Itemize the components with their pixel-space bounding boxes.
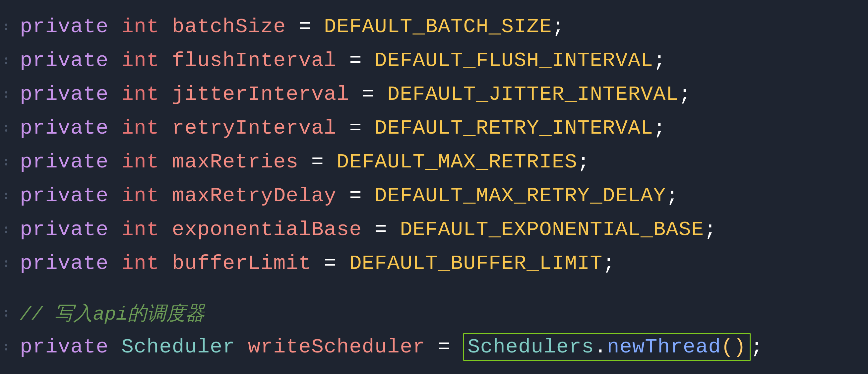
var-maxRetryDelay: maxRetryDelay bbox=[172, 184, 337, 208]
line2-text: private int flushInterval = DEFAULT_FLUS… bbox=[20, 51, 666, 71]
keyword-private-scheduler: private bbox=[20, 335, 121, 359]
semicolon: ; bbox=[577, 150, 590, 174]
keyword-private: private bbox=[20, 150, 121, 174]
const-max-retries: DEFAULT_MAX_RETRIES bbox=[337, 150, 577, 174]
line-dots-4 bbox=[5, 125, 7, 132]
line4-text: private int retryInterval = DEFAULT_RETR… bbox=[20, 118, 666, 138]
code-line-7: private int exponentialBase = DEFAULT_EX… bbox=[20, 213, 855, 247]
operator-equals: = bbox=[299, 150, 337, 174]
var-flushInterval: flushInterval bbox=[172, 49, 337, 72]
const-exponential-base: DEFAULT_EXPONENTIAL_BASE bbox=[400, 218, 704, 241]
code-line-3: private int jitterInterval = DEFAULT_JIT… bbox=[20, 77, 855, 112]
line-dots-1 bbox=[5, 24, 7, 30]
keyword-int: int bbox=[121, 252, 172, 275]
semicolon: ; bbox=[666, 184, 679, 208]
code-line-6: private int maxRetryDelay = DEFAULT_MAX_… bbox=[20, 179, 855, 213]
const-buffer-limit: DEFAULT_BUFFER_LIMIT bbox=[349, 252, 602, 275]
var-bufferLimit: bufferLimit bbox=[172, 252, 311, 275]
var-retryInterval: retryInterval bbox=[172, 116, 337, 140]
keyword-int: int bbox=[121, 83, 172, 106]
line-dots-7 bbox=[5, 226, 7, 233]
keyword-private: private bbox=[20, 252, 121, 275]
operator-equals: = bbox=[337, 116, 375, 140]
code-line-4: private int retryInterval = DEFAULT_RETR… bbox=[20, 112, 855, 145]
keyword-private: private bbox=[20, 116, 121, 140]
line-dots-6 bbox=[5, 193, 7, 199]
semicolon: ; bbox=[679, 83, 691, 106]
schedulers-class: Schedulers bbox=[467, 335, 594, 359]
semicolon: ; bbox=[653, 116, 666, 140]
keyword-private: private bbox=[20, 83, 121, 106]
keyword-int: int bbox=[121, 150, 172, 174]
line7-text: private int exponentialBase = DEFAULT_EX… bbox=[20, 219, 716, 240]
code-line-1: private int batchSize = DEFAULT_BATCH_SI… bbox=[20, 10, 855, 44]
var-writeScheduler: writeScheduler bbox=[248, 335, 425, 359]
keyword-private: private bbox=[20, 49, 121, 72]
comment-line: // 写入api的调度器 bbox=[20, 297, 855, 330]
semicolon-scheduler: ; bbox=[751, 335, 763, 359]
line5-text: private int maxRetries = DEFAULT_MAX_RET… bbox=[20, 152, 590, 173]
operator-equals: = bbox=[362, 218, 400, 241]
line-dots-8 bbox=[5, 260, 7, 267]
const-jitter: DEFAULT_JITTER_INTERVAL bbox=[387, 83, 679, 106]
semicolon: ; bbox=[653, 49, 666, 72]
method-newThread: newThread bbox=[607, 335, 721, 359]
line8-text: private int bufferLimit = DEFAULT_BUFFER… bbox=[20, 253, 615, 274]
scheduler-text: private Scheduler writeScheduler = Sched… bbox=[20, 337, 763, 357]
operator-equals: = bbox=[337, 49, 375, 72]
operator-equals: = bbox=[286, 15, 324, 38]
type-scheduler: Scheduler bbox=[121, 335, 248, 359]
var-maxRetries: maxRetries bbox=[172, 150, 299, 174]
const-max-retry-delay: DEFAULT_MAX_RETRY_DELAY bbox=[375, 184, 666, 208]
keyword-int: int bbox=[121, 49, 172, 72]
code-container: private int batchSize = DEFAULT_BATCH_SI… bbox=[0, 0, 868, 374]
var-jitterInterval: jitterInterval bbox=[172, 83, 349, 106]
code-line-2: private int flushInterval = DEFAULT_FLUS… bbox=[20, 44, 855, 77]
keyword-int: int bbox=[121, 15, 172, 38]
const-flush: DEFAULT_FLUSH_INTERVAL bbox=[375, 49, 653, 72]
line-dots-comment bbox=[5, 310, 7, 317]
keyword-private: private bbox=[20, 218, 121, 241]
keyword-int: int bbox=[121, 184, 172, 208]
code-line-8: private int bufferLimit = DEFAULT_BUFFER… bbox=[20, 247, 855, 280]
keyword-int: int bbox=[121, 218, 172, 241]
const-retry-interval: DEFAULT_RETRY_INTERVAL bbox=[375, 116, 653, 140]
var-batchSize: batchSize bbox=[172, 15, 286, 38]
const-batch: DEFAULT_BATCH_SIZE bbox=[324, 15, 552, 38]
line-dots-scheduler bbox=[5, 344, 7, 350]
line-dots-3 bbox=[5, 91, 7, 98]
operator-equals: = bbox=[337, 184, 375, 208]
line-dots-5 bbox=[5, 159, 7, 165]
highlight-schedulers: Schedulers.newThread() bbox=[463, 333, 751, 361]
parentheses: () bbox=[721, 335, 746, 359]
operator-equals: = bbox=[311, 252, 349, 275]
operator-equals-scheduler: = bbox=[425, 335, 464, 359]
scheduler-line: private Scheduler writeScheduler = Sched… bbox=[20, 330, 855, 364]
line6-text: private int maxRetryDelay = DEFAULT_MAX_… bbox=[20, 186, 679, 206]
semicolon: ; bbox=[552, 15, 565, 38]
operator-equals: = bbox=[349, 83, 387, 106]
keyword-private: private bbox=[20, 15, 121, 38]
line1-text: private int batchSize = DEFAULT_BATCH_SI… bbox=[20, 17, 565, 37]
keyword-int: int bbox=[121, 116, 172, 140]
semicolon: ; bbox=[704, 218, 716, 241]
keyword-private: private bbox=[20, 184, 121, 208]
code-line-5: private int maxRetries = DEFAULT_MAX_RET… bbox=[20, 145, 855, 179]
spacer bbox=[20, 280, 855, 297]
semicolon: ; bbox=[603, 252, 615, 275]
var-exponentialBase: exponentialBase bbox=[172, 218, 362, 241]
comment-text: // 写入api的调度器 bbox=[20, 301, 205, 326]
line-dots-2 bbox=[5, 57, 7, 64]
dot-operator: . bbox=[594, 335, 607, 359]
line3-text: private int jitterInterval = DEFAULT_JIT… bbox=[20, 84, 691, 105]
